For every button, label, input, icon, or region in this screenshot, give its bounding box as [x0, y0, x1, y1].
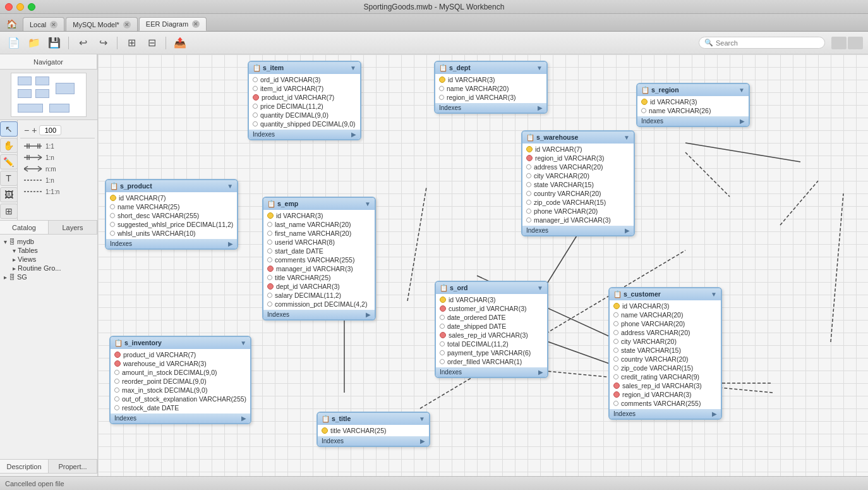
table-s_inventory[interactable]: 📋 s_inventory ▼ product_id VARCHAR(7) wa…	[109, 336, 251, 424]
tab-eer-diagram[interactable]: EER Diagram ✕	[139, 17, 207, 31]
table-footer-s_product[interactable]: Indexes ▶	[106, 239, 237, 248]
search-input[interactable]	[716, 39, 819, 47]
table-expand-s_customer[interactable]: ▼	[711, 291, 717, 298]
table-footer-s_emp[interactable]: Indexes ▶	[263, 310, 375, 319]
table-footer-s_inventory[interactable]: Indexes ▶	[111, 413, 250, 423]
footer-arrow-s_dept[interactable]: ▶	[538, 104, 543, 111]
zoom-in-button[interactable]: +	[32, 125, 37, 135]
table-footer-s_customer[interactable]: Indexes ▶	[610, 409, 721, 419]
table-s_customer[interactable]: 📋 s_customer ▼ id VARCHAR(3) name VARCHA…	[608, 287, 722, 420]
footer-arrow-s_title[interactable]: ▶	[420, 438, 425, 444]
panel-tab-catalog[interactable]: Catalog	[0, 221, 49, 234]
tree-item-routines[interactable]: ▸ Routine Gro...	[11, 264, 95, 273]
table-s_item[interactable]: 📋 s_item ▼ ord_id VARCHAR(3) item_id VAR…	[248, 61, 361, 140]
pencil-tool[interactable]: ✏️	[0, 154, 18, 169]
redo-button[interactable]: ↪	[94, 35, 112, 51]
home-button[interactable]: 🏠	[3, 17, 20, 31]
tree-sg-label: SG	[17, 273, 27, 281]
zoom-out-button[interactable]: −	[24, 125, 29, 135]
table-footer-s_title[interactable]: Indexes ▶	[318, 436, 429, 446]
export-button[interactable]: 📤	[171, 35, 189, 51]
footer-arrow-s_warehouse[interactable]: ▶	[625, 227, 630, 234]
rel-1-n[interactable]: 1:n	[23, 152, 92, 162]
footer-arrow-s_region[interactable]: ▶	[740, 118, 745, 125]
footer-arrow-s_product[interactable]: ▶	[228, 240, 233, 247]
table-footer-s_dept[interactable]: Indexes ▶	[435, 103, 546, 113]
rel-n-m[interactable]: n:m	[23, 164, 92, 174]
footer-arrow-s_ord[interactable]: ▶	[538, 369, 543, 376]
field-icon-s_customer-11	[612, 400, 619, 407]
table-footer-s_ord[interactable]: Indexes ▶	[436, 367, 547, 377]
tree-item-tables[interactable]: ▾ Tables	[11, 246, 95, 255]
table-expand-s_emp[interactable]: ▼	[365, 200, 371, 207]
table-expand-s_inventory[interactable]: ▼	[240, 340, 246, 346]
panel-tab-layers[interactable]: Layers	[49, 221, 97, 234]
table-s_title[interactable]: 📋 s_title ▼ title VARCHAR(25) Indexes ▶	[316, 412, 430, 447]
field-text-s_emp-1: last_name VARCHAR(20)	[275, 221, 351, 228]
tree-item-mydb[interactable]: ▾ 🗄 mydb	[3, 237, 95, 246]
table-expand-s_item[interactable]: ▼	[350, 64, 356, 71]
save-button[interactable]: 💾	[45, 35, 63, 51]
footer-arrow-s_emp[interactable]: ▶	[366, 311, 371, 318]
table-s_product[interactable]: 📋 s_product ▼ id VARCHAR(7) name VARCHAR…	[105, 179, 238, 250]
desc-tab-description[interactable]: Description	[0, 460, 49, 473]
open-button[interactable]: 📁	[25, 35, 43, 51]
tab-mysql-model-close[interactable]: ✕	[123, 21, 131, 28]
table-footer-s_region[interactable]: Indexes ▶	[637, 116, 749, 126]
connector-lines	[98, 54, 868, 490]
rel-1-1-n[interactable]: 1:1:n	[23, 187, 92, 197]
table-expand-s_product[interactable]: ▼	[227, 183, 233, 190]
select-tool[interactable]: ↖	[0, 121, 18, 137]
close-button[interactable]	[5, 3, 13, 11]
table-s_emp[interactable]: 📋 s_emp ▼ id VARCHAR(3) last_name VARCHA…	[262, 197, 376, 321]
tree-item-views[interactable]: ▸ Views	[11, 255, 95, 264]
mini-canvas-view[interactable]	[11, 73, 87, 117]
text-tool[interactable]: T	[0, 171, 18, 186]
nav-tab-navigator[interactable]: Navigator	[0, 54, 97, 69]
table-view-button[interactable]: ⊟	[143, 35, 160, 51]
footer-arrow-s_customer[interactable]: ▶	[712, 410, 717, 417]
svg-line-17	[407, 187, 426, 301]
table-expand-s_ord[interactable]: ▼	[537, 285, 543, 291]
svg-line-20	[685, 152, 730, 197]
table-expand-s_warehouse[interactable]: ▼	[624, 134, 630, 141]
view-single-button[interactable]	[848, 37, 863, 49]
field-icon-s_product-1	[109, 203, 116, 210]
eer-canvas[interactable]: 📋 s_item ▼ ord_id VARCHAR(3) item_id VAR…	[98, 54, 868, 490]
table-tool[interactable]: ⊞	[0, 204, 18, 219]
pan-tool[interactable]: ✋	[0, 138, 18, 153]
field-icon-s_inventory-2	[113, 369, 120, 376]
tree-item-sg[interactable]: ▸ 🗄 SG	[3, 273, 95, 281]
footer-arrow-s_item[interactable]: ▶	[351, 131, 356, 138]
minimize-button[interactable]	[16, 3, 24, 11]
tab-eer-diagram-close[interactable]: ✕	[192, 20, 200, 28]
table-s_dept[interactable]: 📋 s_dept ▼ id VARCHAR(3) name VARCHAR(20…	[434, 61, 548, 114]
field-text-s_product-0: id VARCHAR(7)	[119, 194, 166, 202]
table-footer-s_item[interactable]: Indexes ▶	[249, 130, 360, 139]
table-header-s_inventory: 📋 s_inventory ▼	[111, 337, 250, 349]
desc-tab-properties[interactable]: Propert...	[49, 460, 97, 473]
image-tool[interactable]: 🖼	[0, 187, 18, 202]
maximize-button[interactable]	[28, 3, 35, 11]
tab-mysql-model[interactable]: MySQL Model* ✕	[66, 17, 138, 31]
tab-local[interactable]: Local ✕	[23, 17, 64, 31]
table-s_warehouse[interactable]: 📋 s_warehouse ▼ id VARCHAR(7) region_id …	[521, 130, 635, 236]
tab-eer-diagram-label: EER Diagram	[146, 20, 188, 28]
table-expand-s_title[interactable]: ▼	[419, 415, 425, 422]
field-row-s_warehouse-6: zip_code VARCHAR(15)	[522, 198, 634, 207]
footer-arrow-s_inventory[interactable]: ▶	[241, 415, 246, 422]
rel-1-n-2[interactable]: 1:n	[23, 175, 92, 185]
table-expand-s_dept[interactable]: ▼	[536, 64, 543, 71]
zoom-input[interactable]: 100	[39, 125, 61, 135]
table-s_region[interactable]: 📋 s_region ▼ id VARCHAR(3) name VARCHAR(…	[636, 83, 750, 127]
field-row-s_customer-4: city VARCHAR(20)	[610, 337, 721, 346]
new-button[interactable]: 📄	[5, 35, 23, 51]
undo-button[interactable]: ↩	[74, 35, 92, 51]
rel-1-1[interactable]: 1:1	[23, 141, 92, 151]
tab-local-close[interactable]: ✕	[50, 21, 57, 28]
diagram-view-button[interactable]: ⊞	[123, 35, 140, 51]
table-s_ord[interactable]: 📋 s_ord ▼ id VARCHAR(3) customer_id VARC…	[435, 281, 548, 378]
view-split-button[interactable]	[831, 37, 847, 49]
table-expand-s_region[interactable]: ▼	[738, 87, 745, 94]
table-footer-s_warehouse[interactable]: Indexes ▶	[522, 226, 634, 235]
